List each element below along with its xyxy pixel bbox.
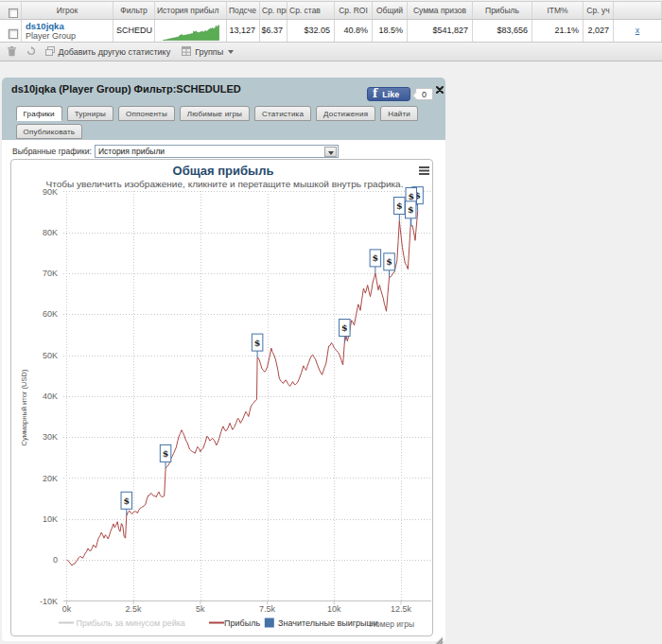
y-tick-label: 0 <box>53 555 58 565</box>
column-header-10[interactable]: Прибыль <box>473 2 532 19</box>
panel-body: Выбранные графики: История прибыли 90K80… <box>2 140 445 641</box>
x-tick-label: 0k <box>62 604 72 614</box>
groups-button[interactable]: Группы <box>195 47 223 57</box>
x-tick-label: 2.5k <box>126 604 143 614</box>
column-header-9[interactable]: Сумма призов <box>408 2 473 19</box>
flag-label: $ <box>341 322 348 333</box>
x-tick-label: 7.5k <box>259 604 276 614</box>
significant-win-flag[interactable]: $ <box>405 201 416 225</box>
table-row: ds10jqkaPlayer GroupSCHEDU13,127$6.37$32… <box>0 20 662 43</box>
y-tick-label: 10K <box>43 514 58 524</box>
legend-label: Прибыль <box>224 618 260 628</box>
cell-av_roi: 40.8% <box>335 20 373 42</box>
x-tick-label: 5k <box>196 604 205 614</box>
significant-win-flag[interactable]: $ <box>160 444 171 468</box>
chart-svg: 90K80K70K60K50K40K30K20K10K0-10K0k2.5k5k… <box>11 160 432 635</box>
flag-label: $ <box>386 256 392 267</box>
graph-select[interactable]: История прибыли <box>95 145 339 158</box>
tab-r1-4[interactable]: Статистика <box>254 106 311 121</box>
profit-chart[interactable]: 90K80K70K60K50K40K30K20K10K0-10K0k2.5k5k… <box>10 159 433 636</box>
column-header-3[interactable]: История прибыл <box>155 2 227 19</box>
tab-r1-0[interactable]: Графики <box>16 106 62 121</box>
add-statistic-button[interactable]: Добавить другую статистику <box>59 47 171 57</box>
tab-r1-2[interactable]: Оппоненты <box>118 106 175 121</box>
tab-r2-0[interactable]: Опубликовать <box>16 124 83 139</box>
column-header-6[interactable]: Ср. став <box>287 2 335 19</box>
refresh-icon[interactable] <box>26 46 36 59</box>
table-toolbar: Добавить другую статистику Группы <box>0 44 662 61</box>
cell-itm: 21.1% <box>532 20 584 42</box>
legend-item[interactable]: Прибыль <box>209 618 260 628</box>
select-all-checkbox[interactable] <box>9 9 18 18</box>
significant-win-flag[interactable]: $ <box>252 334 263 357</box>
column-header-13[interactable] <box>614 2 662 19</box>
cell-count: 13,127 <box>227 20 260 42</box>
column-header-7[interactable]: Ср. ROI <box>335 2 373 19</box>
cell-av_profit: $6.37 <box>260 20 287 42</box>
y-axis-title: Суммарный итог (USD) <box>20 369 28 445</box>
statistics-table: ИгрокФильтрИстория прибылПодсчеСр. прибС… <box>0 1 662 43</box>
facebook-like-button[interactable]: f Like <box>367 87 410 101</box>
significant-win-flag[interactable]: $ <box>394 197 406 220</box>
flag-label: $ <box>408 191 414 201</box>
column-header-8[interactable]: Общий <box>373 2 408 19</box>
flag-label: $ <box>396 200 403 211</box>
facebook-like-label: Like <box>377 90 399 99</box>
flag-label: $ <box>373 252 379 263</box>
x-tick-label: 12.5k <box>391 604 412 614</box>
graph-select-value: История прибыли <box>98 147 165 156</box>
player-cell: ds10jqkaPlayer Group <box>22 20 113 42</box>
player-name-link[interactable]: ds10jqka <box>26 22 113 31</box>
cell-total_roi: 18.5% <box>373 20 408 42</box>
row-checkbox-cell <box>0 20 22 42</box>
legend-item[interactable]: Значительные выигрыши <box>265 618 378 628</box>
column-header-5[interactable]: Ср. приб <box>260 2 287 19</box>
tab-r1-5[interactable]: Достижения <box>316 106 375 121</box>
tab-r1-1[interactable]: Турниры <box>67 106 113 121</box>
table-header-row: ИгрокФильтрИстория прибылПодсчеСр. прибС… <box>0 1 662 20</box>
flag-label: $ <box>408 204 414 215</box>
y-tick-label: 20K <box>43 474 58 483</box>
sparkline-svg <box>155 20 227 42</box>
y-tick-label: 30K <box>43 432 58 442</box>
row-checkbox[interactable] <box>9 29 18 39</box>
profit-line <box>66 211 417 566</box>
column-header-11[interactable]: ITM% <box>532 2 584 19</box>
y-tick-label: -10K <box>40 597 58 606</box>
flag-label: $ <box>163 448 169 459</box>
column-header-4[interactable]: Подсче <box>227 2 260 19</box>
cell-total_winnings: $541,827 <box>408 20 473 42</box>
legend-item[interactable]: Прибыль за минусом рейка <box>59 618 185 628</box>
profit-sparkline <box>155 20 227 42</box>
select-dropdown-icon[interactable] <box>324 147 337 157</box>
cell-filter: SCHEDU <box>113 20 155 42</box>
facebook-like-count: 0 <box>415 88 433 100</box>
column-header-1[interactable]: Игрок <box>22 2 113 19</box>
column-header-12[interactable]: Ср. уч <box>584 2 614 19</box>
tab-r1-6[interactable]: Найти <box>380 106 418 121</box>
add-statistic-icon[interactable] <box>45 46 55 58</box>
tab-row-1: ГрафикиТурнирыОппонентыЛюбимые игрыСтати… <box>16 106 424 121</box>
remove-cell: x <box>614 20 662 42</box>
flag-label: $ <box>123 496 130 506</box>
resize-grip-icon[interactable] <box>435 632 444 640</box>
tab-r1-3[interactable]: Любимые игры <box>180 106 250 121</box>
legend-label: Прибыль за минусом рейка <box>77 618 185 628</box>
significant-win-flag[interactable]: $ <box>370 250 381 273</box>
tab-row-2: Опубликовать <box>16 124 88 139</box>
y-tick-label: 60K <box>43 309 58 319</box>
delete-icon[interactable] <box>8 46 16 59</box>
chart-menu-icon[interactable] <box>419 166 429 175</box>
y-tick-label: 50K <box>43 351 58 360</box>
column-header-0[interactable] <box>0 2 22 19</box>
flag-label: $ <box>254 338 261 348</box>
groups-caret-icon[interactable] <box>228 50 234 54</box>
y-tick-label: 40K <box>43 392 58 401</box>
column-header-2[interactable]: Фильтр <box>113 2 155 19</box>
remove-row-link[interactable]: x <box>636 26 640 35</box>
close-icon[interactable] <box>435 81 445 92</box>
significant-win-flag[interactable]: $ <box>340 320 351 343</box>
groups-icon[interactable] <box>182 46 191 58</box>
x-axis-title: Номер игры <box>370 619 414 629</box>
panel-header: ds10jqka (Player Group) Фильтр:SCHEDULED… <box>2 78 445 140</box>
